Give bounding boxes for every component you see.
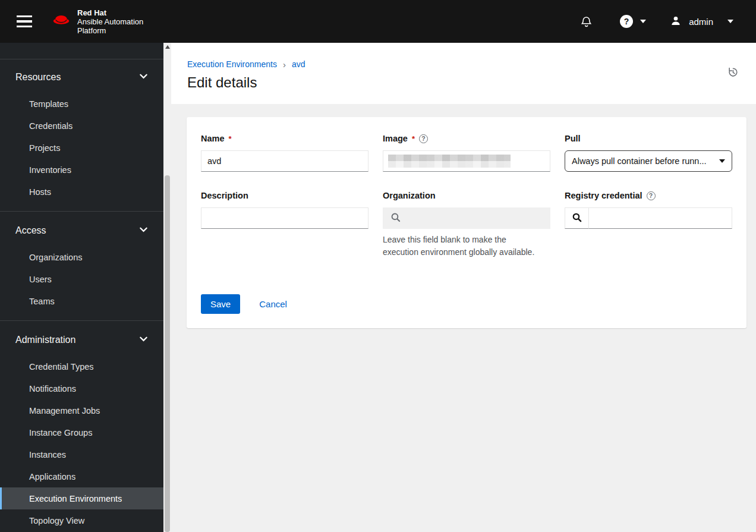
breadcrumb-separator-icon: ›	[283, 60, 286, 69]
top-navigation-bar: Red Hat Ansible Automation Platform ?	[0, 0, 756, 43]
sidebar-item-hosts[interactable]: Hosts	[0, 181, 163, 203]
save-button[interactable]: Save	[201, 294, 240, 314]
user-avatar-icon	[670, 15, 682, 29]
sidebar-navigation: Resources Templates Credentials Projects…	[0, 43, 171, 532]
image-label: Image	[383, 134, 408, 143]
redacted-value-blur	[388, 155, 511, 168]
chevron-down-icon	[640, 20, 646, 23]
brand-product-line1: Ansible Automation	[77, 17, 143, 26]
sidebar-item-topology-view[interactable]: Topology View	[0, 509, 163, 531]
image-input[interactable]	[383, 150, 550, 172]
sidebar-item-execution-environments[interactable]: Execution Environments	[0, 487, 163, 509]
page-header: Execution Environments › avd Edit detail…	[171, 43, 756, 104]
page-content: Name * Image * ?	[171, 104, 756, 532]
history-icon[interactable]	[727, 67, 739, 80]
page-title: Edit details	[187, 74, 756, 91]
image-help-icon[interactable]: ?	[419, 134, 428, 143]
sidebar-item-notifications[interactable]: Notifications	[0, 377, 163, 399]
nav-group-access: Access Organizations Users Teams	[0, 211, 163, 312]
user-menu-button[interactable]: admin	[670, 15, 733, 29]
scroll-up-arrow-icon[interactable]	[163, 45, 171, 51]
brand-logo: Red Hat Ansible Automation Platform	[51, 8, 143, 35]
sidebar-scrollbar[interactable]	[163, 43, 171, 532]
brand-product-line2: Platform	[77, 26, 143, 35]
sidebar-item-organizations[interactable]: Organizations	[0, 246, 163, 268]
description-input[interactable]	[201, 207, 368, 229]
organization-helper-text: Leave this field blank to make the execu…	[383, 234, 542, 259]
sidebar-item-management-jobs[interactable]: Management Jobs	[0, 399, 163, 421]
brand-name: Red Hat	[77, 8, 143, 17]
nav-toggle-hamburger-icon[interactable]	[14, 13, 34, 30]
pull-select[interactable]: Always pull container before runn...	[565, 150, 732, 172]
nav-group-administration: Administration Credential Types Notifica…	[0, 320, 163, 531]
cancel-button[interactable]: Cancel	[259, 299, 287, 309]
required-asterisk: *	[412, 134, 415, 143]
breadcrumb-link-avd[interactable]: avd	[292, 59, 305, 69]
required-asterisk: *	[229, 134, 232, 143]
scrollbar-thumb[interactable]	[165, 175, 170, 532]
help-question-icon: ?	[620, 15, 633, 28]
sidebar-item-teams[interactable]: Teams	[0, 290, 163, 312]
field-image: Image * ?	[383, 131, 550, 172]
username-label: admin	[689, 17, 713, 27]
sidebar-item-applications[interactable]: Applications	[0, 465, 163, 487]
registry-credential-label: Registry credential	[565, 191, 642, 200]
chevron-down-icon	[727, 20, 733, 23]
name-label: Name	[201, 134, 225, 143]
breadcrumb-link-execution-environments[interactable]: Execution Environments	[187, 59, 277, 69]
field-description: Description	[201, 188, 368, 259]
sidebar-item-instances[interactable]: Instances	[0, 443, 163, 465]
caret-down-icon	[719, 159, 725, 163]
field-organization: Organization Leave this field blank to m…	[383, 188, 550, 259]
pull-selected-value: Always pull container before runn...	[572, 156, 707, 166]
sidebar-item-templates[interactable]: Templates	[0, 93, 163, 115]
sidebar-item-users[interactable]: Users	[0, 268, 163, 290]
pull-label: Pull	[565, 134, 581, 143]
sidebar-top-divider	[0, 43, 163, 59]
sidebar-item-inventories[interactable]: Inventories	[0, 159, 163, 181]
name-input[interactable]	[201, 150, 368, 172]
description-label: Description	[201, 191, 248, 200]
notifications-bell-icon[interactable]	[580, 15, 593, 28]
organization-lookup-input[interactable]	[383, 207, 550, 229]
sidebar-item-credentials[interactable]: Credentials	[0, 115, 163, 137]
organization-label: Organization	[383, 191, 436, 200]
help-menu-button[interactable]: ?	[620, 15, 646, 28]
nav-group-header-administration[interactable]: Administration	[0, 329, 163, 351]
main-content: Execution Environments › avd Edit detail…	[171, 43, 756, 532]
field-name: Name *	[201, 131, 368, 172]
sidebar-item-credential-types[interactable]: Credential Types	[0, 355, 163, 377]
chevron-down-icon	[139, 335, 148, 346]
nav-group-header-resources[interactable]: Resources	[0, 67, 163, 88]
nav-group-resources: Resources Templates Credentials Projects…	[0, 59, 163, 203]
field-pull: Pull Always pull container before runn..…	[565, 131, 732, 172]
breadcrumb: Execution Environments › avd	[187, 59, 756, 69]
sidebar-item-projects[interactable]: Projects	[0, 137, 163, 159]
registry-credential-help-icon[interactable]: ?	[647, 191, 656, 200]
edit-details-form-card: Name * Image * ?	[187, 117, 746, 328]
registry-credential-input[interactable]	[589, 207, 732, 229]
search-icon	[572, 212, 582, 224]
form-actions: Save Cancel	[201, 294, 732, 314]
registry-credential-search-button[interactable]	[565, 207, 589, 229]
chevron-down-icon	[139, 72, 148, 83]
search-icon	[390, 212, 401, 225]
nav-group-header-access[interactable]: Access	[0, 220, 163, 241]
field-registry-credential: Registry credential ?	[565, 188, 732, 259]
chevron-down-icon	[139, 225, 148, 237]
sidebar-item-instance-groups[interactable]: Instance Groups	[0, 421, 163, 443]
red-hat-fedora-icon	[51, 12, 71, 30]
